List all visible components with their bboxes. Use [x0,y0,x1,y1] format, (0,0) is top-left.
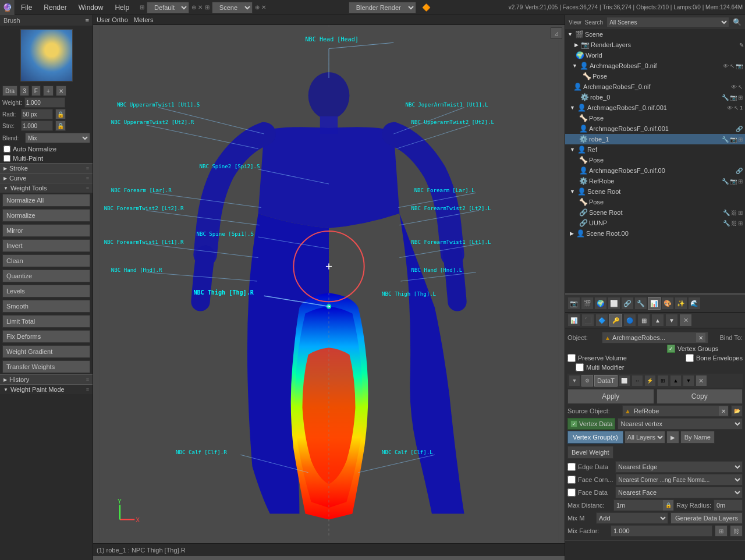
preserve-volume-checkbox[interactable] [567,354,576,362]
scene-select[interactable]: Scene [212,2,253,13]
outliner-item-arch0[interactable]: ▼ 👤 ArchmageRobesF_0.nif 👁 ↖ 📷 [565,61,745,71]
weight-gradient-btn[interactable]: Weight Gradient [2,345,90,358]
uunp-chain-icon[interactable]: ⛓ [731,220,737,226]
outliner-item-arch00[interactable]: 👤 ArchmageRobesF_0.nif.00 🔗 [565,165,745,176]
robe0-grid-icon[interactable]: ⊞ [738,94,743,101]
invert-btn[interactable]: Invert [2,239,90,252]
scene-dropdown[interactable]: All Scenes [606,17,729,27]
vertex-data-select[interactable]: Nearest vertex [618,418,743,430]
strength-lock-icon[interactable]: 🔒 [55,120,66,131]
outliner-item-refrobe[interactable]: ⚙️ RefRobe 🔧 📷 ⊞ [565,176,745,186]
max-dist-lock-btn[interactable]: 🔒 [663,500,673,511]
transfer-weights-btn[interactable]: Transfer Weights [2,360,90,373]
outliner-item-uunp[interactable]: 🔗 UUNP 🔧 ⛓ ⊞ [565,218,745,228]
edge-data-select[interactable]: Nearest Edge [615,461,743,473]
fix-deforms-btn[interactable]: Fix Deforms [2,330,90,343]
auto-normalize-checkbox[interactable] [3,146,10,153]
refrobe-grid-icon[interactable]: ⊞ [738,178,743,185]
subtab-close[interactable]: ✕ [679,314,692,327]
quantize-btn[interactable]: Quantize [2,270,90,282]
plus-icon[interactable]: + [43,86,54,96]
data-tool-up[interactable]: ▲ [670,375,682,387]
outliner-view-btn[interactable]: View [569,19,581,26]
draw-mode-btn[interactable]: Dra [2,86,17,96]
clean-btn[interactable]: Clean [2,254,90,267]
subtab-3[interactable]: 🔷 [595,314,608,327]
menu-file[interactable]: File [15,2,38,13]
vertex-data-checkbox[interactable]: ✓ [570,420,577,427]
f-mode-btn[interactable]: F [31,86,41,96]
outliner-item-pose001[interactable]: 🦴 Pose [565,113,745,123]
menu-window[interactable]: Window [73,2,109,13]
robe1-tool-icon[interactable]: 🔧 [722,136,729,143]
smooth-btn[interactable]: Smooth [2,300,90,313]
robe1-grid-icon[interactable]: ⊞ [738,136,743,143]
outliner-item-renderlayers[interactable]: ▶ 📷 RenderLayers ✎ [565,40,745,50]
data-tool-collapse[interactable]: ▼ [569,375,580,387]
mix-factor-chain-btn[interactable]: ⛓ [730,525,743,537]
robe0-cam-icon[interactable]: 📷 [730,94,737,101]
outliner-item-sceneroot-sub[interactable]: 🔗 Scene Root 🔧 ⛓ ⊞ [565,207,745,218]
srs-tool-icon[interactable]: 🔧 [723,210,730,216]
robe0-tool-icon[interactable]: 🔧 [722,94,729,101]
face-data-select[interactable]: Nearest Face [615,487,743,498]
arch001b-link-icon[interactable]: 🔗 [736,126,743,132]
outliner-item-arch001[interactable]: ▼ 👤 ArchmageRobesF_0.nif.001 👁 ↖ 1 [565,102,745,113]
minus-icon[interactable]: ✕ [56,86,66,96]
source-obj-browse-btn[interactable]: 📂 [731,405,743,417]
arch0-render-icon[interactable]: 📷 [736,63,743,69]
outliner-item-sr-pose[interactable]: 🦴 Pose [565,197,745,207]
uunp-grid-icon[interactable]: ⊞ [738,220,743,226]
tab-materials[interactable]: 🎨 [661,297,674,310]
vertex-groups-checkbox[interactable]: ✓ [667,345,675,353]
mirror-btn[interactable]: Mirror [2,224,90,237]
strength-input[interactable] [21,120,53,131]
subtab-collapse-down[interactable]: ▼ [665,314,678,327]
face-corner-checkbox[interactable] [567,476,576,484]
outliner-item-ref[interactable]: ▼ 👤 Ref [565,144,745,155]
object-clear-btn[interactable]: ✕ [696,333,705,342]
num-mode-btn[interactable]: 3 [20,86,29,96]
data-tool-5[interactable]: ⚡ [644,375,656,387]
viewport[interactable]: User Ortho Meters [93,15,565,560]
limit-total-btn[interactable]: Limit Total [2,315,90,328]
refrobe-cam-icon[interactable]: 📷 [730,178,737,185]
all-layers-select[interactable]: All Layers [625,431,665,444]
outliner-item-sceneroot00[interactable]: ▶ 👤 Scene Root.00 [565,228,745,239]
subtab-2[interactable]: ⬛ [581,314,594,327]
arch001-vis-icon[interactable]: 👁 [727,105,733,111]
weight-input[interactable] [24,97,65,108]
bone-envelopes-checkbox[interactable] [686,354,694,362]
brush-menu-icon[interactable]: ≡ [86,17,89,24]
outliner-item-sceneroot[interactable]: ▼ 👤 Scene Root [565,186,745,197]
source-obj-clear-btn[interactable]: ✕ [719,406,728,416]
stroke-section[interactable]: ▶ Stroke ≡ [0,163,93,173]
data-tool-down[interactable]: ▼ [683,375,694,387]
arch0-vis-icon[interactable]: 👁 [723,63,729,69]
multi-paint-checkbox[interactable] [3,155,10,162]
levels-btn[interactable]: Levels [2,285,90,297]
mix-mode-select[interactable]: Add [596,512,668,524]
tab-render[interactable]: 📷 [567,297,580,310]
tab-particles[interactable]: ✨ [675,297,687,310]
gen-data-layers-btn[interactable]: Generate Data Layers [670,512,743,524]
radius-input[interactable] [21,109,53,119]
outliner-search-icon[interactable]: 🔍 [733,18,742,26]
apply-btn[interactable]: Apply [567,389,654,404]
viewport-corner-btn[interactable]: ⊿ [551,27,562,39]
copy-btn[interactable]: Copy [657,389,743,404]
outliner-item-pose0[interactable]: 🦴 Pose [565,71,745,81]
by-name-btn[interactable]: By Name [680,431,715,444]
rl-edit-icon[interactable]: ✎ [739,42,744,48]
history-section[interactable]: ▶ History ≡ [0,374,93,384]
subtab-collapse-up[interactable]: ▲ [651,314,664,327]
curve-section[interactable]: ▶ Curve ≡ [0,173,93,183]
outliner-item-arch0b[interactable]: 👤 ArchmageRobesF_0.nif 👁 ↖ [565,81,745,92]
outliner-item-scene[interactable]: ▼ 🎬 Scene [565,29,745,40]
subtab-6[interactable]: ▦ [637,314,650,327]
mix-factor-input[interactable] [611,525,712,537]
outliner-item-ref-pose[interactable]: 🦴 Pose [565,155,745,165]
arch0b-select-icon[interactable]: ↖ [738,84,743,90]
data-tool-4[interactable]: ↔ [632,375,643,387]
blend-select[interactable]: Mix [25,133,90,143]
